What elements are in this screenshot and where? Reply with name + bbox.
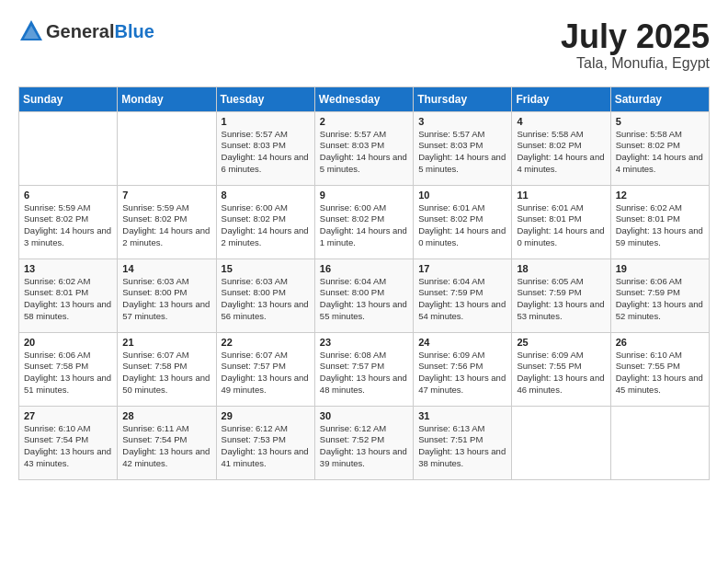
calendar-cell: 21Sunrise: 6:07 AM Sunset: 7:58 PM Dayli… [118,332,216,406]
cell-content: Sunrise: 6:12 AM Sunset: 7:52 PM Dayligh… [320,423,408,470]
calendar-cell: 3Sunrise: 5:57 AM Sunset: 8:03 PM Daylig… [414,111,512,185]
weekday-header-monday: Monday [118,86,216,111]
calendar-cell: 25Sunrise: 6:09 AM Sunset: 7:55 PM Dayli… [512,332,610,406]
calendar-cell [19,111,118,185]
cell-content: Sunrise: 6:13 AM Sunset: 7:51 PM Dayligh… [418,423,506,470]
logo-blue-text: Blue [114,21,154,41]
calendar-cell: 2Sunrise: 5:57 AM Sunset: 8:03 PM Daylig… [314,111,413,185]
cell-content: Sunrise: 5:57 AM Sunset: 8:03 PM Dayligh… [222,129,310,176]
cell-content: Sunrise: 5:59 AM Sunset: 8:02 PM Dayligh… [24,202,112,249]
day-number: 5 [616,116,704,127]
day-number: 24 [418,337,506,348]
logo: GeneralBlue [18,18,154,44]
cell-content: Sunrise: 6:01 AM Sunset: 8:02 PM Dayligh… [418,202,506,249]
cell-content: Sunrise: 6:07 AM Sunset: 7:58 PM Dayligh… [122,350,210,396]
calendar-cell: 16Sunrise: 6:04 AM Sunset: 8:00 PM Dayli… [314,259,413,332]
calendar-cell: 26Sunrise: 6:10 AM Sunset: 7:55 PM Dayli… [610,332,709,406]
calendar-cell: 17Sunrise: 6:04 AM Sunset: 7:59 PM Dayli… [414,259,512,332]
calendar-cell: 22Sunrise: 6:07 AM Sunset: 7:57 PM Dayli… [216,332,314,406]
calendar-cell: 1Sunrise: 5:57 AM Sunset: 8:03 PM Daylig… [216,111,314,185]
day-number: 25 [517,337,605,348]
day-number: 18 [517,263,605,274]
day-number: 27 [24,410,112,421]
calendar-cell: 14Sunrise: 6:03 AM Sunset: 8:00 PM Dayli… [118,259,216,332]
calendar-cell: 30Sunrise: 6:12 AM Sunset: 7:52 PM Dayli… [314,406,413,479]
calendar-cell: 20Sunrise: 6:06 AM Sunset: 7:58 PM Dayli… [19,332,118,406]
cell-content: Sunrise: 6:07 AM Sunset: 7:57 PM Dayligh… [222,350,310,396]
day-number: 1 [222,116,310,127]
day-number: 12 [616,190,704,201]
day-number: 15 [222,263,310,274]
calendar-cell: 4Sunrise: 5:58 AM Sunset: 8:02 PM Daylig… [512,111,610,185]
calendar-cell: 7Sunrise: 5:59 AM Sunset: 8:02 PM Daylig… [118,185,216,259]
calendar-cell: 13Sunrise: 6:02 AM Sunset: 8:01 PM Dayli… [19,259,118,332]
cell-content: Sunrise: 6:06 AM Sunset: 7:58 PM Dayligh… [24,350,112,396]
calendar-cell: 9Sunrise: 6:00 AM Sunset: 8:02 PM Daylig… [314,185,413,259]
calendar-cell: 23Sunrise: 6:08 AM Sunset: 7:57 PM Dayli… [314,332,413,406]
cell-content: Sunrise: 6:02 AM Sunset: 8:01 PM Dayligh… [616,202,704,249]
day-number: 10 [418,190,506,201]
cell-content: Sunrise: 5:59 AM Sunset: 8:02 PM Dayligh… [122,202,210,249]
day-number: 4 [517,116,605,127]
weekday-header-thursday: Thursday [414,86,512,111]
day-number: 14 [122,263,210,274]
calendar-table: SundayMondayTuesdayWednesdayThursdayFrid… [18,86,710,480]
cell-content: Sunrise: 6:08 AM Sunset: 7:57 PM Dayligh… [320,350,408,396]
cell-content: Sunrise: 6:03 AM Sunset: 8:00 PM Dayligh… [122,276,210,323]
cell-content: Sunrise: 6:10 AM Sunset: 7:55 PM Dayligh… [616,350,704,396]
cell-content: Sunrise: 6:06 AM Sunset: 7:59 PM Dayligh… [616,276,704,323]
day-number: 31 [418,410,506,421]
day-number: 3 [418,116,506,127]
logo-general-text: General [46,21,114,41]
cell-content: Sunrise: 5:58 AM Sunset: 8:02 PM Dayligh… [616,129,704,176]
page-subtitle: Tala, Monufia, Egypt [561,55,710,72]
weekday-header-tuesday: Tuesday [216,86,314,111]
title-block: July 2025 Tala, Monufia, Egypt [561,18,710,72]
weekday-header-sunday: Sunday [19,86,118,111]
day-number: 20 [24,337,112,348]
day-number: 16 [320,263,408,274]
calendar-cell: 10Sunrise: 6:01 AM Sunset: 8:02 PM Dayli… [414,185,512,259]
cell-content: Sunrise: 6:12 AM Sunset: 7:53 PM Dayligh… [222,423,310,470]
calendar-cell: 19Sunrise: 6:06 AM Sunset: 7:59 PM Dayli… [610,259,709,332]
day-number: 6 [24,190,112,201]
day-number: 22 [222,337,310,348]
calendar-cell [512,406,610,479]
cell-content: Sunrise: 5:58 AM Sunset: 8:02 PM Dayligh… [517,129,605,176]
page-title: July 2025 [561,18,710,55]
week-row-2: 6Sunrise: 5:59 AM Sunset: 8:02 PM Daylig… [19,185,710,259]
calendar-cell [118,111,216,185]
day-number: 23 [320,337,408,348]
day-number: 7 [122,190,210,201]
cell-content: Sunrise: 6:10 AM Sunset: 7:54 PM Dayligh… [24,423,112,470]
cell-content: Sunrise: 6:02 AM Sunset: 8:01 PM Dayligh… [24,276,112,323]
day-number: 17 [418,263,506,274]
cell-content: Sunrise: 6:00 AM Sunset: 8:02 PM Dayligh… [320,202,408,249]
logo-icon [18,18,44,44]
cell-content: Sunrise: 6:04 AM Sunset: 8:00 PM Dayligh… [320,276,408,323]
week-row-3: 13Sunrise: 6:02 AM Sunset: 8:01 PM Dayli… [19,259,710,332]
cell-content: Sunrise: 6:05 AM Sunset: 7:59 PM Dayligh… [517,276,605,323]
calendar-cell: 6Sunrise: 5:59 AM Sunset: 8:02 PM Daylig… [19,185,118,259]
day-number: 21 [122,337,210,348]
weekday-header-row: SundayMondayTuesdayWednesdayThursdayFrid… [19,86,710,111]
calendar-cell: 8Sunrise: 6:00 AM Sunset: 8:02 PM Daylig… [216,185,314,259]
cell-content: Sunrise: 6:04 AM Sunset: 7:59 PM Dayligh… [418,276,506,323]
day-number: 11 [517,190,605,201]
calendar-cell: 27Sunrise: 6:10 AM Sunset: 7:54 PM Dayli… [19,406,118,479]
day-number: 19 [616,263,704,274]
weekday-header-wednesday: Wednesday [314,86,413,111]
day-number: 13 [24,263,112,274]
day-number: 30 [320,410,408,421]
day-number: 26 [616,337,704,348]
calendar-cell: 28Sunrise: 6:11 AM Sunset: 7:54 PM Dayli… [118,406,216,479]
day-number: 9 [320,190,408,201]
day-number: 8 [222,190,310,201]
day-number: 2 [320,116,408,127]
cell-content: Sunrise: 6:09 AM Sunset: 7:55 PM Dayligh… [517,350,605,396]
calendar-cell [610,406,709,479]
cell-content: Sunrise: 5:57 AM Sunset: 8:03 PM Dayligh… [418,129,506,176]
calendar-cell: 31Sunrise: 6:13 AM Sunset: 7:51 PM Dayli… [414,406,512,479]
calendar-cell: 18Sunrise: 6:05 AM Sunset: 7:59 PM Dayli… [512,259,610,332]
cell-content: Sunrise: 6:01 AM Sunset: 8:01 PM Dayligh… [517,202,605,249]
